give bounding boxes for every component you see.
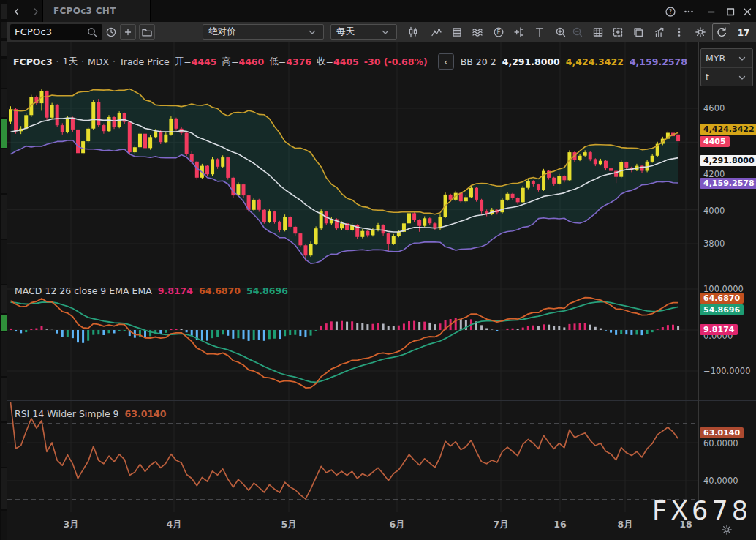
price-tick-label: −100.0000 xyxy=(703,366,751,376)
svg-text:?: ? xyxy=(669,8,673,15)
more-dots-icon[interactable] xyxy=(672,25,687,40)
price-badge: 4,424.3422 xyxy=(700,124,756,135)
waves-icon[interactable] xyxy=(470,25,485,40)
strip-block xyxy=(1,468,7,509)
main-legend: FCPOc3 · 1天 · MDX · Trade Price 开=4445 高… xyxy=(13,53,687,70)
bb-legend-title[interactable]: BB 20 2 xyxy=(461,56,496,67)
scale-icon[interactable] xyxy=(512,25,526,40)
nav-back-icon[interactable] xyxy=(10,5,23,18)
time-axis[interactable]: 3月4月5月6月7月168月18 xyxy=(7,512,756,540)
chart-area[interactable]: FCPOc3 · 1天 · MDX · Trade Price 开=4445 高… xyxy=(0,42,756,540)
e-circle-icon[interactable]: E xyxy=(491,25,506,40)
collapse-legend-button[interactable]: ‹ xyxy=(438,53,454,70)
unit-label: t xyxy=(706,72,709,83)
intraday-clock-icon[interactable] xyxy=(104,25,118,40)
chart-tab[interactable]: FCPOc3 CHT xyxy=(42,0,151,22)
more-menu-icon[interactable] xyxy=(682,5,695,18)
snapshot-icon[interactable] xyxy=(611,25,625,40)
price-axis[interactable]: MYR t 46004,424.342244054,291.800042004,… xyxy=(699,0,756,540)
legend-series-type[interactable]: Trade Price xyxy=(119,56,170,67)
background-app-strip xyxy=(0,0,7,540)
symbol-search-input[interactable]: FCPOc3 xyxy=(10,24,102,40)
symbol-text: FCPOc3 xyxy=(15,26,52,37)
legend-value: 4,424.3422 xyxy=(566,56,624,67)
currency-selector[interactable]: MYR xyxy=(701,49,752,67)
low-value: 4376 xyxy=(286,56,311,67)
macd-legend-title[interactable]: MACD 12 26 close 9 EMA EMA xyxy=(15,285,152,296)
pane-separator[interactable] xyxy=(7,400,756,401)
currency-label: MYR xyxy=(706,53,725,64)
low-label: 低= xyxy=(269,56,286,68)
price-mode-dropdown[interactable]: 绝对价 xyxy=(203,24,324,40)
folder-icon[interactable] xyxy=(139,24,155,40)
strip-block xyxy=(1,41,7,56)
toolbar: FCPOc3 绝对价 每天 E 17 xyxy=(0,22,756,43)
legend-value: 4,159.2578 xyxy=(630,56,687,67)
strip-block xyxy=(1,332,7,376)
bar-chart-icon[interactable] xyxy=(652,25,667,40)
title-bar: FCPOc3 CHT ? xyxy=(0,0,756,22)
interval-dropdown[interactable]: 每天 xyxy=(330,24,397,40)
search-icon xyxy=(86,26,98,38)
strip-block xyxy=(1,119,7,148)
bb-legend-values: 4,291.80004,424.34224,159.2578 xyxy=(496,56,687,67)
price-badge: 4,291.8000 xyxy=(700,155,756,166)
nav-forward-icon[interactable] xyxy=(29,5,42,18)
pane-separator[interactable] xyxy=(7,282,756,282)
legend-exchange[interactable]: MDX xyxy=(88,56,109,67)
time-tick-label: 8月 xyxy=(605,519,646,531)
chart-style-icon[interactable] xyxy=(429,25,444,40)
high-value: 4460 xyxy=(238,56,264,67)
grid-icon[interactable] xyxy=(591,25,605,40)
legend-separator: · xyxy=(81,56,84,67)
trading-terminal-window: FCPOc3 CHT ? FCPOc3 绝对价 每天 E 17 xyxy=(0,0,756,540)
text-icon[interactable] xyxy=(532,25,547,40)
unit-selector[interactable]: t xyxy=(701,67,752,86)
legend-value: 64.6870 xyxy=(199,285,241,296)
time-tick-label: 7月 xyxy=(480,519,521,531)
price-badge: 54.8696 xyxy=(700,304,744,315)
strip-block xyxy=(1,149,7,193)
zoom-out-icon[interactable] xyxy=(570,25,585,40)
price-badge: 64.6870 xyxy=(700,293,744,304)
price-badge: 4,159.2578 xyxy=(700,178,756,189)
candles-icon[interactable] xyxy=(406,25,420,40)
svg-text:E: E xyxy=(496,29,500,36)
close-value: 4405 xyxy=(333,56,359,67)
open-value: 4445 xyxy=(192,56,217,67)
scale-unit-selector[interactable]: MYR t xyxy=(700,48,753,86)
strip-block xyxy=(1,22,7,38)
price-tick-label: 60.0000 xyxy=(703,438,738,449)
zoom-in-icon[interactable] xyxy=(553,25,568,40)
layers-icon[interactable] xyxy=(450,25,464,40)
strip-block xyxy=(1,240,7,284)
rsi-legend-title[interactable]: RSI 14 Wilder Simple 9 xyxy=(15,408,119,419)
time-tick-label: 5月 xyxy=(268,519,309,531)
time-tick-label: 3月 xyxy=(50,519,91,531)
macd-pane[interactable] xyxy=(7,282,698,400)
price-badge: 63.0140 xyxy=(700,427,744,438)
legend-separator: · xyxy=(56,56,59,67)
macd-legend-values: 9.817464.687054.8696 xyxy=(152,285,288,296)
rsi-legend-values: 63.0140 xyxy=(119,408,167,419)
price-mode-label: 绝对价 xyxy=(208,26,236,38)
high-label: 高= xyxy=(222,56,238,68)
chart-tab-label: FCPOc3 CHT xyxy=(53,6,116,16)
add-symbol-icon[interactable] xyxy=(120,24,136,40)
timezone-settings-gear-icon[interactable] xyxy=(721,524,733,536)
chevron-down-icon xyxy=(379,26,391,38)
legend-separator: · xyxy=(113,56,116,67)
macd-legend: MACD 12 26 close 9 EMA EMA 9.817464.6870… xyxy=(15,285,288,296)
chevron-down-icon xyxy=(306,26,318,38)
legend-value: 54.8696 xyxy=(246,285,288,296)
copy-icon[interactable] xyxy=(631,25,646,40)
legend-value: 4,291.8000 xyxy=(502,56,560,67)
help-icon[interactable]: ? xyxy=(664,5,677,18)
price-pane[interactable] xyxy=(7,42,698,282)
legend-interval[interactable]: 1天 xyxy=(63,56,78,68)
legend-symbol[interactable]: FCPOc3 xyxy=(13,56,53,67)
rsi-legend: RSI 14 Wilder Simple 9 63.0140 xyxy=(15,408,166,419)
chevron-down-icon xyxy=(736,53,748,64)
price-tick-label: 3800 xyxy=(703,239,725,249)
price-tick-label: 4000 xyxy=(703,206,725,216)
